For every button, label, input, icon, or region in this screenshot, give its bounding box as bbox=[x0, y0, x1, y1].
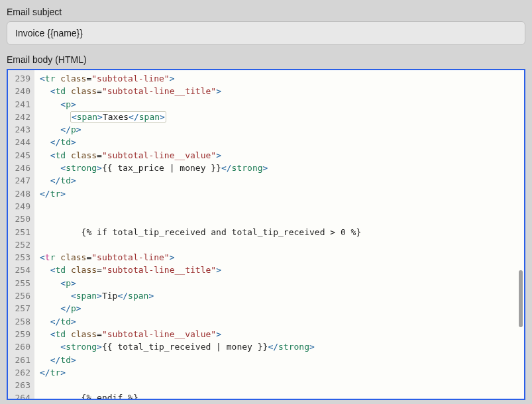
editor-code-area[interactable]: <tr class="subtotal-line"> <td class="su… bbox=[34, 70, 515, 399]
email-body-label: Email body (HTML) bbox=[7, 54, 525, 65]
email-subject-input[interactable] bbox=[7, 21, 525, 45]
email-subject-label: Email subject bbox=[7, 7, 525, 17]
editor-line-gutter: 2392402412422432442452462472482492502512… bbox=[8, 70, 34, 399]
editor-scrollbar-thumb[interactable] bbox=[519, 270, 523, 327]
editor-scrollbar[interactable] bbox=[516, 70, 523, 399]
email-body-editor[interactable]: 2392402412422432442452462472482492502512… bbox=[7, 69, 525, 400]
